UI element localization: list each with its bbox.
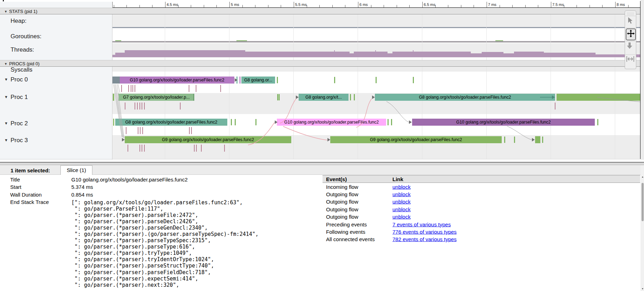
event-link[interactable]: 782 events of various types <box>392 236 457 242</box>
event-type: Preceding events <box>326 221 367 227</box>
timeline-right-gutter <box>640 0 644 160</box>
field-label: Title <box>10 177 20 183</box>
splitter[interactable] <box>0 160 644 165</box>
toolbar-separator <box>625 16 636 16</box>
field-value: G10 golang.org/x/tools/go/loader.parseFi… <box>71 177 188 183</box>
event-type: Following events <box>326 229 365 235</box>
event-link[interactable]: 776 events of various types <box>392 229 457 235</box>
event-row: Outgoing flowunblock <box>323 213 640 220</box>
event-type: Outgoing flow <box>326 199 358 205</box>
details-scrollbar[interactable] <box>641 175 644 291</box>
event-link[interactable]: 7 events of various types <box>392 221 451 227</box>
selection-tool-button[interactable] <box>626 16 636 28</box>
timing-tool-button[interactable] <box>626 55 636 67</box>
toolbar-grip[interactable] <box>627 12 635 15</box>
pan-tool-button[interactable] <box>626 28 636 40</box>
toolbar-separator <box>625 28 636 28</box>
scrollbar-thumb[interactable] <box>642 183 644 221</box>
toolbar-separator <box>625 54 636 55</box>
event-type: All connected events <box>326 236 375 242</box>
field-value: 0.854 ms <box>71 192 93 198</box>
field-value: 5.374 ms <box>71 184 93 190</box>
timeline-toolbar <box>625 11 636 69</box>
selection-tab-bar: 1 item selected: Slice (1) <box>0 165 644 175</box>
field-label: Start <box>10 184 21 190</box>
event-row: All connected events782 events of variou… <box>323 236 640 243</box>
scrollbar-up-arrow-icon[interactable] <box>642 176 643 178</box>
event-link[interactable]: unblock <box>392 184 411 190</box>
event-type: Outgoing flow <box>326 206 358 212</box>
link-col-header: Link <box>392 176 403 182</box>
selection-status: 1 item selected: <box>11 167 50 173</box>
event-link[interactable]: unblock <box>392 199 411 205</box>
events-col-header: Event(s) <box>326 176 347 182</box>
event-type: Outgoing flow <box>326 214 358 220</box>
field-label: End Stack Trace <box>10 199 49 205</box>
end-stack-trace: [": golang.org/x/tools/go/loader.parseFi… <box>71 199 259 288</box>
event-row: Preceding events7 events of various type… <box>323 220 640 228</box>
event-row: Following events776 events of various ty… <box>323 228 640 235</box>
event-row: Outgoing flowunblock <box>323 198 640 205</box>
details-panel: TitleG10 golang.org/x/tools/go/loader.pa… <box>0 175 644 291</box>
minimap-mark <box>3 0 4 1</box>
timeline-area[interactable]: ▼STATS (pid 1)▼PROCS (pid 0)Heap:Gorouti… <box>0 0 644 160</box>
tab-slice[interactable]: Slice (1) <box>60 165 92 175</box>
timeline-bottom-edge <box>0 159 640 159</box>
event-row: Outgoing flowunblock <box>323 190 640 198</box>
events-header-row: Event(s)Link <box>323 175 640 183</box>
flow-curves <box>0 0 644 160</box>
event-link[interactable]: unblock <box>392 214 411 220</box>
zoom-tool-button[interactable] <box>626 42 636 54</box>
event-type: Incoming flow <box>326 184 358 190</box>
trace-viewer: ▼STATS (pid 1)▼PROCS (pid 0)Heap:Gorouti… <box>0 0 644 291</box>
event-row: Incoming flowunblock <box>323 183 640 190</box>
event-link[interactable]: unblock <box>392 206 411 212</box>
event-type: Outgoing flow <box>326 191 358 197</box>
event-row: Outgoing flowunblock <box>323 205 640 213</box>
event-link[interactable]: unblock <box>392 191 411 197</box>
toolbar-separator <box>625 41 636 41</box>
scrollbar-down-arrow-icon[interactable] <box>642 288 643 290</box>
field-label: Wall Duration <box>10 192 41 198</box>
